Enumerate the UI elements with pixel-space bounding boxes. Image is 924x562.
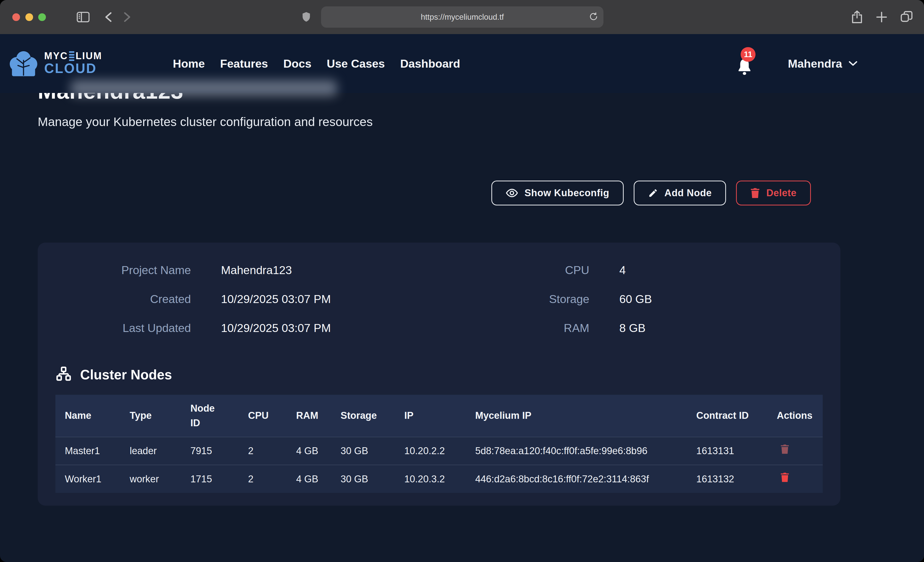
close-window-icon[interactable] <box>12 13 20 21</box>
info-row-created: Created 10/29/2025 03:07 PM <box>56 293 350 306</box>
table-row: Worker1 worker 1715 2 4 GB 30 GB 10.20.3… <box>56 465 823 493</box>
eye-icon <box>506 188 518 198</box>
mycelium-cloud-logo[interactable]: MYCLIUM CLOUD <box>8 50 102 76</box>
zoom-window-icon[interactable] <box>38 13 46 21</box>
col-header-storage: Storage <box>331 395 394 437</box>
page-subtitle: Manage your Kubernetes cluster configura… <box>38 115 886 129</box>
col-header-ip: IP <box>395 395 466 437</box>
nav-link-docs[interactable]: Docs <box>284 57 312 70</box>
nav-link-use-cases[interactable]: Use Cases <box>327 57 385 70</box>
nav-link-features[interactable]: Features <box>220 57 268 70</box>
cluster-nodes-icon <box>56 366 72 383</box>
browser-window: https://myceliumcloud.tf <box>0 0 924 562</box>
sidebar-toggle-icon[interactable] <box>76 12 90 22</box>
col-header-contract-id: Contract ID <box>687 395 767 437</box>
delete-node-icon[interactable] <box>780 444 789 454</box>
cell-name: Master1 <box>56 437 120 465</box>
info-value: 8 GB <box>620 321 645 335</box>
chevron-down-icon <box>849 61 857 66</box>
notifications-button[interactable]: 11 <box>736 58 752 76</box>
user-menu[interactable]: Mahendra <box>788 57 857 70</box>
cell-node-id: 7915 <box>181 437 239 465</box>
cell-node-id: 1715 <box>181 465 239 493</box>
info-value: 10/29/2025 03:07 PM <box>221 321 331 335</box>
table-header-row: Name Type Node ID CPU RAM Storage IP Myc… <box>56 395 823 437</box>
cell-mycelium-ip: 446:d2a6:8bcd:8c16:ff0f:72e2:3114:863f <box>466 465 687 493</box>
back-icon[interactable] <box>105 12 112 22</box>
cloud-logo-icon <box>8 50 39 76</box>
cluster-nodes-table: Name Type Node ID CPU RAM Storage IP Myc… <box>56 395 823 493</box>
privacy-shield-icon[interactable] <box>302 11 310 22</box>
col-header-name: Name <box>56 395 120 437</box>
tabs-overview-icon[interactable] <box>900 11 913 23</box>
cell-contract-id: 1613131 <box>687 437 767 465</box>
info-value: 10/29/2025 03:07 PM <box>221 293 331 306</box>
cell-cpu: 2 <box>239 465 287 493</box>
user-name: Mahendra <box>788 57 842 70</box>
cell-mycelium-ip: 5d8:78ea:a120:f40c:ff0f:a5fe:99e6:8b96 <box>466 437 687 465</box>
nav-link-home[interactable]: Home <box>173 57 205 70</box>
cluster-info-left: Project Name Mahendra123 Created 10/29/2… <box>56 264 350 335</box>
cell-actions <box>767 437 823 465</box>
cell-ip: 10.20.2.2 <box>395 437 466 465</box>
new-tab-icon[interactable] <box>876 12 887 22</box>
logo-line2: CLOUD <box>44 61 97 76</box>
cell-type: leader <box>120 437 181 465</box>
info-value: 4 <box>620 264 626 277</box>
cell-ram: 4 GB <box>287 437 331 465</box>
info-label: Storage <box>501 293 590 306</box>
show-kubeconfig-button[interactable]: Show Kubeconfig <box>491 181 624 205</box>
cell-ip: 10.20.3.2 <box>395 465 466 493</box>
table-row: Master1 leader 7915 2 4 GB 30 GB 10.20.2… <box>56 437 823 465</box>
reload-icon[interactable] <box>589 11 598 22</box>
logo-e-icon <box>69 51 74 61</box>
minimize-window-icon[interactable] <box>26 13 33 21</box>
nav-link-dashboard[interactable]: Dashboard <box>400 57 460 70</box>
cell-storage: 30 GB <box>331 465 394 493</box>
nav-links: Home Features Docs Use Cases Dashboard <box>173 57 460 70</box>
info-label: Last Updated <box>56 321 191 335</box>
browser-toolbar: https://myceliumcloud.tf <box>0 0 924 34</box>
toolbar-right <box>851 0 913 34</box>
traffic-lights <box>12 13 46 21</box>
cluster-info: Project Name Mahendra123 Created 10/29/2… <box>56 264 823 335</box>
col-header-ram: RAM <box>287 395 331 437</box>
pencil-icon <box>648 188 658 198</box>
share-icon[interactable] <box>851 10 863 24</box>
col-header-cpu: CPU <box>239 395 287 437</box>
delete-cluster-button[interactable]: Delete <box>736 181 811 205</box>
info-row-ram: RAM 8 GB <box>501 321 652 335</box>
cell-ram: 4 GB <box>287 465 331 493</box>
stage: https://myceliumcloud.tf <box>0 0 924 562</box>
address-bar[interactable]: https://myceliumcloud.tf <box>321 6 603 28</box>
info-row-storage: Storage 60 GB <box>501 293 652 306</box>
cluster-info-right: CPU 4 Storage 60 GB RAM 8 GB <box>501 264 652 335</box>
col-header-node-id: Node ID <box>181 395 239 437</box>
add-node-button[interactable]: Add Node <box>634 181 726 205</box>
cluster-nodes-header: Cluster Nodes <box>56 366 823 383</box>
forward-icon[interactable] <box>124 12 131 22</box>
navbar-right: 11 Mahendra <box>736 51 857 76</box>
info-row-cpu: CPU 4 <box>501 264 652 277</box>
cell-contract-id: 1613132 <box>687 465 767 493</box>
url-text: https://myceliumcloud.tf <box>421 13 504 22</box>
delete-node-icon[interactable] <box>780 472 789 482</box>
notification-badge: 11 <box>741 47 755 62</box>
cell-actions <box>767 465 823 493</box>
cell-storage: 30 GB <box>331 437 394 465</box>
info-value: 60 GB <box>620 293 652 306</box>
info-row-project-name: Project Name Mahendra123 <box>56 264 350 277</box>
info-row-last-updated: Last Updated 10/29/2025 03:07 PM <box>56 321 350 335</box>
cell-name: Worker1 <box>56 465 120 493</box>
info-label: CPU <box>501 264 590 277</box>
trash-icon <box>750 188 760 198</box>
col-header-mycelium-ip: Mycelium IP <box>466 395 687 437</box>
logo-line1: MYCLIUM <box>44 51 102 61</box>
col-header-type: Type <box>120 395 181 437</box>
site-navbar: MYCLIUM CLOUD Home Features Docs Use Cas… <box>0 34 924 93</box>
col-header-actions: Actions <box>767 395 823 437</box>
info-label: Created <box>56 293 191 306</box>
cluster-nodes-title: Cluster Nodes <box>80 367 172 383</box>
info-label: Project Name <box>56 264 191 277</box>
cell-type: worker <box>120 465 181 493</box>
